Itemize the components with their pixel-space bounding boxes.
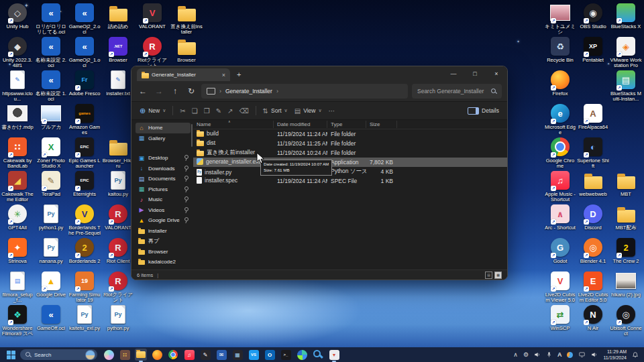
- tray-mic[interactable]: [546, 351, 552, 358]
- desktop-icon[interactable]: 置き換え前installer: [170, 3, 203, 36]
- desktop-icon[interactable]: ◐↗Supertone Shift: [577, 137, 609, 170]
- desktop-icon[interactable]: Browser: [170, 36, 203, 63]
- sidebar-item-documents[interactable]: ▤Documents: [136, 174, 191, 184]
- list-view-toggle[interactable]: ▤: [485, 272, 492, 279]
- new-tab-button[interactable]: +: [237, 68, 241, 81]
- hidden-icons-chevron[interactable]: ∧: [513, 351, 518, 358]
- desktop-icon[interactable]: ♻Recycle Bin: [544, 36, 576, 63]
- desktop-icon[interactable]: 書きかけ.mdp: [1, 103, 34, 130]
- desktop-icon[interactable]: D↗Discord: [577, 204, 609, 231]
- desktop-icon[interactable]: ▲↗Google Drive: [35, 271, 67, 298]
- desktop-icon[interactable]: A↗FireAlpaca64: [577, 103, 609, 130]
- desktop-icon[interactable]: ↗Google Chrome: [544, 137, 576, 170]
- desktop-icon[interactable]: X↗Zoner Photo Studio X: [35, 137, 67, 170]
- desktop-icon[interactable]: Pykaitou.py: [102, 170, 134, 197]
- desktop-icon[interactable]: ✎httpswww.iclou...: [1, 70, 34, 103]
- desktop-icon[interactable]: EPIC↗Eternights: [68, 170, 101, 197]
- taskbar-app-terminal[interactable]: >_: [280, 349, 292, 361]
- taskbar-app-pinwheel-app[interactable]: [296, 349, 308, 361]
- view-button[interactable]: ▤ View ∨: [294, 107, 322, 115]
- volume-indicator[interactable]: [591, 351, 598, 358]
- desktop-icon[interactable]: R↗Riotクライアント: [136, 36, 168, 69]
- desktop-icon[interactable]: .NET↗Browser: [102, 36, 134, 63]
- desktop-icon[interactable]: «GameOj2_2.oci: [68, 3, 101, 36]
- sidebar-item-kadaicode2[interactable]: kadaicode2: [136, 257, 191, 267]
- desktop-icon[interactable]: ∧↗Arc - Shortcut: [544, 204, 576, 231]
- desktop-icon[interactable]: Pypython.py: [102, 304, 134, 331]
- delete-icon[interactable]: ⌫: [239, 107, 248, 115]
- file-row[interactable]: installer.spec11/19/2024 11:24 AMSPEC Fi…: [193, 176, 507, 186]
- taskbar-app-clip-app[interactable]: ▾: [328, 349, 340, 361]
- search-input[interactable]: Search Generate_Installer: [412, 84, 502, 99]
- display-indicator[interactable]: [578, 351, 586, 358]
- share-icon[interactable]: ↗: [227, 107, 233, 115]
- sidebar-item-home[interactable]: ⌂Home: [136, 123, 191, 133]
- desktop-icon[interactable]: Pypython1.py: [35, 204, 67, 231]
- taskbar-app-pen-app[interactable]: ✎: [199, 349, 211, 361]
- desktop-icon[interactable]: 19↗Farming Simulator 19: [68, 271, 101, 304]
- desktop-icon[interactable]: hikaru (2).jpg: [610, 271, 642, 298]
- sidebar-item-pictures[interactable]: ▦Pictures: [136, 184, 191, 195]
- paste-icon[interactable]: ❐: [204, 107, 210, 115]
- taskbar-app-firefox[interactable]: [151, 349, 163, 361]
- desktop-icon[interactable]: ♫↗Apple Music - Shortcut: [544, 170, 576, 203]
- desktop-icon[interactable]: 詰め詰め: [102, 3, 134, 29]
- desktop-icon[interactable]: Browser_Hikaru: [102, 137, 134, 170]
- taskbar-app-apple-music[interactable]: ♫: [183, 349, 195, 361]
- desktop-icon[interactable]: E↗Live2D Cubism Editor 5.0: [577, 271, 609, 304]
- column-header-date-modified[interactable]: Date modified: [274, 121, 327, 128]
- sidebar-item-downloads[interactable]: ↓Downloads: [136, 164, 191, 174]
- desktop-icon[interactable]: ❖↗Wondershare Filmora9 スペシ...: [1, 304, 34, 338]
- desktop-icon[interactable]: G↗Godot: [544, 237, 576, 264]
- desktop-icon[interactable]: 2↗Borderlands 2: [68, 237, 101, 264]
- file-row[interactable]: build11/19/2024 11:24 AMFile folder: [193, 129, 507, 139]
- taskbar-app-app-grid[interactable]: ∷: [119, 349, 131, 361]
- notification-bell-icon[interactable]: [632, 351, 639, 359]
- desktop-icon[interactable]: R↗VALORANT: [102, 204, 134, 231]
- desktop-icon[interactable]: V↗VALORANT: [136, 3, 168, 29]
- desktop-icon[interactable]: ✦↗Strinova: [1, 237, 34, 264]
- taskbar-app-vscode[interactable]: VS: [248, 349, 260, 361]
- taskbar-app-key-app[interactable]: [312, 349, 324, 361]
- sidebar-item-installer[interactable]: installer: [136, 226, 191, 237]
- explorer-tab[interactable]: Generate_Installer ×: [137, 68, 230, 81]
- desktop-icon[interactable]: ✎installer.txt: [102, 70, 134, 97]
- desktop-icon[interactable]: MBT: [610, 170, 642, 197]
- desktop-icon[interactable]: Pykaitetu_exl.py: [68, 304, 101, 331]
- column-header-type[interactable]: Type: [327, 121, 366, 128]
- desktop-icon[interactable]: EPIC↗Epic Games Launcher: [68, 137, 101, 170]
- desktop-icon[interactable]: «名称未設定 2.oci: [35, 36, 67, 69]
- desktop-icon[interactable]: ↗ブルアカ: [35, 103, 67, 130]
- sort-button[interactable]: ⇅ Sort ∨: [263, 107, 288, 115]
- desktop-icon[interactable]: ↗BlueStacks X: [610, 3, 642, 29]
- sidebar-item--[interactable]: 再プ: [136, 236, 191, 247]
- new-button[interactable]: ⊕ New ∨: [140, 107, 166, 115]
- desktop-icon[interactable]: ◆↗Unity 2022.3.48f1: [1, 36, 34, 69]
- tray-speaker[interactable]: [534, 351, 541, 358]
- details-button[interactable]: Details: [468, 107, 499, 115]
- minimize-button[interactable]: —: [443, 66, 464, 80]
- desktop-icon[interactable]: Pynanana.py: [35, 237, 67, 264]
- desktop-icon[interactable]: ◇↗Unity Hub: [1, 3, 34, 29]
- sidebar-scrollbar[interactable]: [191, 124, 193, 147]
- desktop-icon[interactable]: Fr↗Adobe Fresco: [68, 70, 101, 97]
- desktop-icon[interactable]: V↗Live2D Cubism Viewer 5.0: [544, 271, 576, 304]
- forward-button[interactable]: →: [153, 86, 165, 96]
- desktop-icon[interactable]: 2↗The Crew 2: [610, 237, 642, 264]
- desktop-icon[interactable]: ◢↗Cakewalk Theme Editor: [1, 170, 34, 203]
- column-header-size[interactable]: Size: [366, 121, 397, 128]
- sidebar-item-browser[interactable]: Browser: [136, 247, 191, 257]
- large-icons-view-toggle[interactable]: ▦: [494, 272, 502, 279]
- desktop-icon[interactable]: ◈↗VMware Workstation Pro: [610, 36, 642, 69]
- desktop-icon[interactable]: ▤↗BlueStacks Multi-Instan...: [610, 70, 642, 103]
- tray-app-gear[interactable]: ⚙: [523, 351, 529, 358]
- sidebar-item-google-drive[interactable]: ▲Google Drive: [136, 215, 191, 226]
- file-row[interactable]: dist11/19/2024 11:25 AMFile folder: [193, 139, 507, 148]
- desktop-icon[interactable]: MBT配布: [610, 204, 642, 231]
- maximize-button[interactable]: □: [464, 66, 486, 80]
- desktop-icon[interactable]: V↗Borderlands The Pre-Sequel: [68, 204, 101, 237]
- breadcrumb-path[interactable]: Generate_Installer: [225, 88, 272, 95]
- sidebar-item-videos[interactable]: ▶Videos: [136, 205, 191, 216]
- desktop-icon[interactable]: ⇄↗WinSCP: [544, 304, 576, 331]
- desktop-icon[interactable]: «名称未設定 1.oci: [35, 70, 67, 103]
